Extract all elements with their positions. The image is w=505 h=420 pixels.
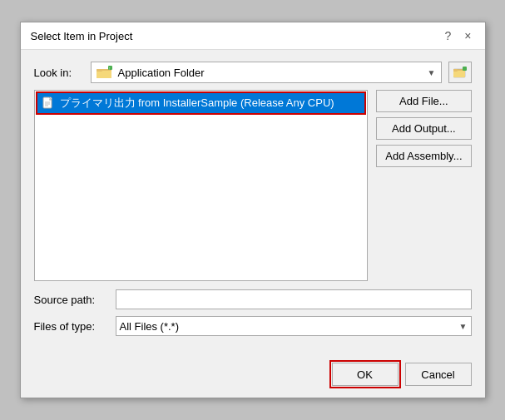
dropdown-arrow-icon: ▼ xyxy=(428,68,436,77)
form-rows: Source path: Files of type: All Files (*… xyxy=(34,289,472,336)
dialog-footer: OK Cancel xyxy=(21,356,485,398)
add-file-button[interactable]: Add File... xyxy=(376,90,471,112)
source-path-row: Source path: xyxy=(34,289,472,309)
files-of-type-label: Files of type: xyxy=(34,320,109,333)
main-area: プライマリ出力 from InstallerSample (Release An… xyxy=(34,90,472,281)
help-button[interactable]: ? xyxy=(442,29,455,42)
svg-rect-6 xyxy=(453,71,465,77)
files-of-type-row: Files of type: All Files (*.*) ▼ xyxy=(34,316,472,336)
list-item[interactable]: プライマリ出力 from InstallerSample (Release An… xyxy=(37,92,366,114)
ok-button[interactable]: OK xyxy=(332,363,399,386)
dialog-body: Look in: ↑ Application Folder ▼ xyxy=(21,50,485,356)
svg-rect-7 xyxy=(453,69,458,72)
svg-rect-1 xyxy=(97,71,111,78)
files-of-type-dropdown[interactable]: All Files (*.*) ▼ xyxy=(116,316,472,336)
cancel-button[interactable]: Cancel xyxy=(405,363,472,386)
svg-rect-2 xyxy=(97,69,102,72)
title-bar-controls: ? × xyxy=(442,29,475,42)
list-item-label: プライマリ出力 from InstallerSample (Release An… xyxy=(60,96,334,111)
look-in-value: Application Folder xyxy=(118,67,423,79)
add-assembly-button[interactable]: Add Assembly... xyxy=(376,145,471,167)
files-of-type-arrow-icon: ▼ xyxy=(459,322,468,331)
browse-icon xyxy=(453,67,467,78)
look-in-select-inner: ↑ Application Folder xyxy=(97,66,423,79)
source-path-input[interactable] xyxy=(116,289,472,309)
files-of-type-value: All Files (*.*) xyxy=(120,320,180,333)
svg-rect-8 xyxy=(463,67,467,71)
title-bar: Select Item in Project ? × xyxy=(21,22,485,50)
file-list[interactable]: プライマリ出力 from InstallerSample (Release An… xyxy=(34,90,369,281)
add-output-button[interactable]: Add Output... xyxy=(376,117,471,140)
close-button[interactable]: × xyxy=(461,29,474,42)
look-in-label: Look in: xyxy=(34,67,84,79)
dialog-title: Select Item in Project xyxy=(31,30,133,42)
side-buttons: Add File... Add Output... Add Assembly..… xyxy=(376,90,471,281)
folder-icon: ↑ xyxy=(97,66,113,79)
select-item-dialog: Select Item in Project ? × Look in: ↑ A xyxy=(20,22,486,398)
file-icon xyxy=(42,96,55,110)
look-in-dropdown[interactable]: ↑ Application Folder ▼ xyxy=(91,62,442,83)
svg-text:↑: ↑ xyxy=(108,66,111,71)
browse-button[interactable] xyxy=(448,62,472,83)
look-in-row: Look in: ↑ Application Folder ▼ xyxy=(34,62,472,83)
source-path-label: Source path: xyxy=(34,294,109,306)
